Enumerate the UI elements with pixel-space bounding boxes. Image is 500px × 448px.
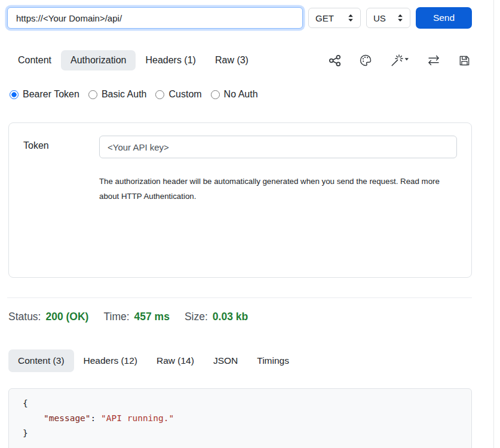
response-body: { "message": "API running." } [8,388,472,448]
request-bar: GET US Send [7,7,472,29]
updown-arrows-icon [348,14,354,22]
status-value: 200 (OK) [45,311,88,323]
status-label: Status: [8,311,41,323]
send-button[interactable]: Send [416,7,472,29]
resp-tab-raw[interactable]: Raw (14) [147,349,204,372]
compare-button[interactable] [427,54,440,67]
tab-headers[interactable]: Headers (1) [136,50,205,70]
token-label: Token [23,136,99,204]
radio-label: Basic Auth [102,89,147,100]
radio-unselected-icon [88,90,97,99]
time-label: Time: [103,311,129,323]
token-input[interactable] [99,136,457,158]
json-open-brace: { [23,398,28,408]
chevron-down-icon [405,58,409,60]
resp-tab-json[interactable]: JSON [204,349,247,372]
region-select-value: US [373,13,386,23]
radio-unselected-icon [211,90,220,99]
response-tabs: Content (3) Headers (12) Raw (14) JSON T… [8,349,299,372]
authorization-panel: Token The authorization header will be a… [8,122,472,278]
size-value: 0.03 kb [213,311,248,323]
auth-type-options: Bearer Token Basic Auth Custom No Auth [10,89,258,100]
palette-icon [359,54,372,67]
save-button[interactable] [458,54,471,67]
share-button[interactable] [329,54,341,67]
url-input[interactable] [7,7,303,29]
method-select[interactable]: GET [308,8,361,28]
resp-tab-timings[interactable]: Timings [247,349,299,372]
radio-no-auth[interactable]: No Auth [211,89,258,100]
json-key: "message" [44,413,91,423]
radio-unselected-icon [155,90,164,99]
token-row: Token The authorization header will be a… [9,123,471,216]
tab-raw[interactable]: Raw (3) [205,50,258,70]
save-icon [458,54,471,67]
json-separator: : [91,413,101,423]
theme-button[interactable] [359,54,372,67]
size-label: Size: [185,311,208,323]
resp-tab-headers[interactable]: Headers (12) [74,349,147,372]
time-value: 457 ms [134,311,170,323]
api-client-app: GET US Send Content Authorization Header… [0,0,500,448]
request-tabs: Content Authorization Headers (1) Raw (3… [8,50,258,70]
radio-label: Bearer Token [23,89,79,100]
tab-content[interactable]: Content [8,50,61,70]
magic-wand-icon [390,54,409,67]
radio-bearer-token[interactable]: Bearer Token [10,89,79,100]
swap-arrows-icon [427,54,440,67]
auth-help-text: The authorization header will be automat… [99,174,455,204]
page-right-border [493,0,494,448]
response-status-bar: Status: 200 (OK) Time: 457 ms Size: 0.03… [8,311,248,323]
resp-tab-content[interactable]: Content (3) [8,349,74,372]
radio-selected-icon [10,90,19,99]
radio-basic-auth[interactable]: Basic Auth [88,89,147,100]
region-select[interactable]: US [366,8,410,28]
updown-arrows-icon [397,14,403,22]
radio-label: Custom [168,89,201,100]
generate-code-button[interactable] [390,54,409,67]
tab-authorization[interactable]: Authorization [61,50,136,70]
method-select-value: GET [315,13,334,23]
share-icon [329,54,341,67]
json-close-brace: } [23,428,28,438]
request-toolbar [329,54,472,67]
section-divider [7,297,472,298]
request-tabs-row: Content Authorization Headers (1) Raw (3… [8,50,472,70]
json-string-value: "API running." [101,413,174,423]
radio-custom[interactable]: Custom [155,89,201,100]
radio-label: No Auth [224,89,258,100]
